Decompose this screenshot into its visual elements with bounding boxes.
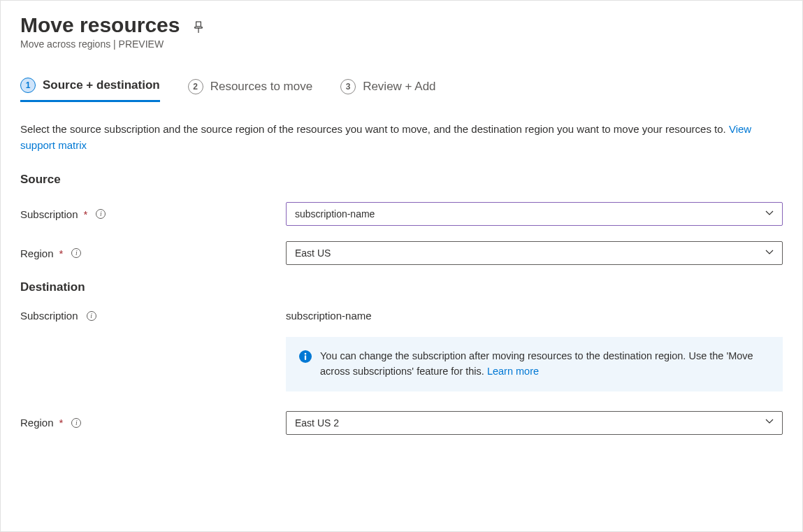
tab-label: Review + Add bbox=[363, 80, 435, 94]
destination-info-box: You can change the subscription after mo… bbox=[286, 337, 783, 391]
page-container: Move resources Move across regions | PRE… bbox=[0, 0, 803, 532]
required-marker: * bbox=[84, 208, 88, 220]
destination-region-select[interactable]: East US 2 bbox=[286, 411, 783, 435]
destination-section-title: Destination bbox=[20, 280, 783, 294]
source-subscription-select[interactable]: subscription-name bbox=[286, 202, 783, 226]
info-icon[interactable]: i bbox=[71, 418, 81, 428]
required-marker: * bbox=[59, 247, 64, 259]
description-body: Select the source subscription and the s… bbox=[20, 123, 729, 135]
chevron-down-icon bbox=[765, 248, 774, 259]
destination-subscription-label: Subscription i bbox=[20, 310, 286, 322]
tab-label: Source + destination bbox=[43, 78, 160, 92]
info-badge-icon bbox=[299, 350, 312, 363]
chevron-down-icon bbox=[765, 417, 774, 428]
tab-label: Resources to move bbox=[210, 80, 312, 94]
source-region-select[interactable]: East US bbox=[286, 241, 783, 265]
tab-review-add[interactable]: 3 Review + Add bbox=[340, 78, 435, 102]
label-text: Region bbox=[20, 247, 54, 259]
info-icon[interactable]: i bbox=[71, 248, 81, 258]
select-value: East US bbox=[295, 247, 331, 259]
select-value: East US 2 bbox=[295, 417, 339, 429]
select-value: subscription-name bbox=[295, 208, 375, 220]
label-text: Region bbox=[20, 417, 54, 429]
source-region-label: Region * i bbox=[20, 247, 286, 259]
header-row: Move resources bbox=[20, 13, 783, 37]
tab-resources-to-move[interactable]: 2 Resources to move bbox=[188, 78, 312, 102]
svg-rect-0 bbox=[196, 22, 201, 27]
source-subscription-row: Subscription * i subscription-name bbox=[20, 202, 783, 226]
destination-region-label: Region * i bbox=[20, 417, 286, 429]
required-marker: * bbox=[59, 417, 64, 429]
source-subscription-label: Subscription * i bbox=[20, 208, 286, 220]
svg-rect-3 bbox=[305, 355, 306, 360]
destination-subscription-value: subscription-name bbox=[286, 310, 372, 322]
step-number: 2 bbox=[188, 79, 203, 94]
label-text: Subscription bbox=[20, 310, 78, 322]
destination-region-row: Region * i East US 2 bbox=[20, 411, 783, 435]
label-text: Subscription bbox=[20, 208, 78, 220]
source-region-row: Region * i East US bbox=[20, 241, 783, 265]
step-number: 1 bbox=[20, 78, 36, 93]
info-icon[interactable]: i bbox=[96, 209, 106, 219]
pin-icon[interactable] bbox=[192, 21, 205, 34]
svg-point-2 bbox=[305, 353, 307, 355]
page-subtitle: Move across regions | PREVIEW bbox=[20, 38, 783, 50]
source-section-title: Source bbox=[20, 173, 783, 187]
description-text: Select the source subscription and the s… bbox=[20, 122, 783, 153]
info-box-text: You can change the subscription after mo… bbox=[320, 349, 769, 380]
tab-source-destination[interactable]: 1 Source + destination bbox=[20, 78, 160, 102]
destination-subscription-row: Subscription i subscription-name bbox=[20, 310, 783, 322]
wizard-tabs: 1 Source + destination 2 Resources to mo… bbox=[20, 78, 783, 102]
step-number: 3 bbox=[340, 79, 356, 94]
info-icon[interactable]: i bbox=[87, 311, 96, 321]
page-title: Move resources bbox=[20, 13, 180, 37]
chevron-down-icon bbox=[765, 209, 774, 220]
learn-more-link[interactable]: Learn more bbox=[487, 366, 539, 377]
